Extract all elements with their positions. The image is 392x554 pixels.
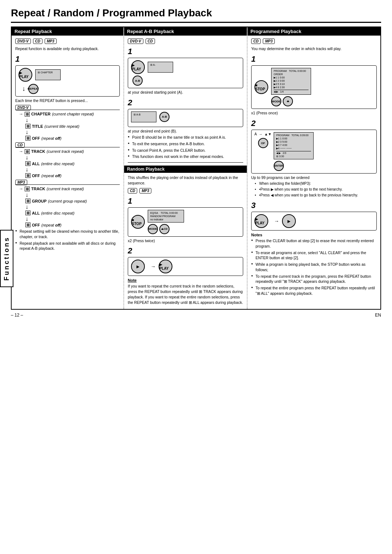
repeat-step1-caption: Each time the REPEAT button is pressed..… bbox=[15, 98, 120, 103]
random-play-btn: ▶ bbox=[131, 260, 145, 273]
random-badges: CD MP3 bbox=[128, 188, 243, 194]
cd-badge: CD bbox=[33, 38, 42, 44]
cd-btn2: ⏏ bbox=[283, 96, 293, 106]
prog-step2-num: 2 bbox=[251, 119, 377, 128]
cd-btn: ⏏CD bbox=[159, 224, 170, 234]
ab-play-btn: ▶ PLAY bbox=[131, 60, 145, 74]
ab-bullet-3: This function does not work in the other… bbox=[128, 154, 243, 159]
ab-step1-num: 1 bbox=[128, 47, 243, 56]
prog-step3-diagram: ▶ PLAY → ▶ bbox=[251, 212, 377, 231]
prog-cd-badge: CD bbox=[251, 38, 261, 44]
programmed-header: Programmed Playback bbox=[248, 27, 380, 36]
random-step1-num: 1 bbox=[128, 196, 243, 206]
prog-stop-btn: ■ STOP bbox=[254, 80, 268, 94]
repeat-step1-num: 1 bbox=[15, 54, 120, 64]
prog-note-1: To erase all programs at once, select "A… bbox=[251, 250, 377, 261]
mode-btn: MODE bbox=[148, 224, 158, 234]
ab-cd-badge: CD bbox=[146, 38, 155, 44]
play-remote: ▶ PLAY bbox=[19, 68, 32, 82]
repeat-ab-badges: DVD·V CD bbox=[128, 38, 243, 44]
prog-note-0: Press the CLEAR button at step [2] to er… bbox=[251, 238, 377, 249]
random-cd-badge: CD bbox=[128, 188, 137, 194]
prog-step3-num: 3 bbox=[251, 201, 377, 210]
ab-step1-caption: at your desired starting point (A). bbox=[128, 90, 243, 95]
prog-note-5: To repeat the current track in the progr… bbox=[251, 274, 377, 284]
ab-bullet-1: To exit the sequence, press the A-B butt… bbox=[128, 141, 243, 147]
prog-notes-list: Press the CLEAR button at step [2] to er… bbox=[251, 238, 377, 296]
prog-step1-caption: x1 (Press once) bbox=[251, 110, 377, 116]
prog-note-6: To repeat the entire program press the R… bbox=[251, 285, 377, 296]
mp3-section-label: MP3 bbox=[15, 180, 120, 185]
repeat-bullets: Repeat setting will be cleared when movi… bbox=[15, 229, 120, 251]
mp3-chain-group: → ⊞ TRACK (current track repeat) ↓ ⊞ GRO… bbox=[19, 186, 120, 227]
content-columns: Repeat Playback DVD·V CD MP3 Repeat func… bbox=[11, 27, 381, 310]
prog-play2-btn: ▶ bbox=[282, 214, 296, 228]
prog-play-btn: ▶ PLAY bbox=[254, 214, 268, 228]
ab-a-screen: ⊞ A- bbox=[148, 62, 173, 73]
dvd-chain-title: ⊞ TITLE (current title repeat) bbox=[19, 124, 120, 129]
ab-play-remote: ▶ PLAY bbox=[131, 60, 145, 74]
random-mp3-badge: MP3 bbox=[139, 188, 151, 194]
mode-btn2: MODE bbox=[271, 96, 281, 106]
ab-button-icon: A-B bbox=[132, 76, 143, 86]
prog-sub-2: •Press ◀ when you want to go back to the… bbox=[255, 193, 377, 198]
mp3-chain-off: ⊞ OFF (repeat off) bbox=[19, 223, 120, 227]
prog-screen2: PROGRAM TOTAL 0:09:00 ▶1 1 0:00 ▶2 3 5:0… bbox=[274, 132, 314, 159]
prog-mp3-badge: MP3 bbox=[263, 38, 275, 44]
prog-step1-num: 1 bbox=[251, 54, 377, 64]
functions-sidebar-label: Functions bbox=[0, 230, 13, 287]
random-header: Random Playback bbox=[124, 166, 247, 173]
random-stop-btn: ■ STOP bbox=[131, 215, 145, 229]
prog-step2-sub: When selecting the folder(MP3): •Press ▶… bbox=[251, 181, 377, 198]
programmed-column: Programmed Playback CD MP3 You may deter… bbox=[248, 27, 380, 309]
ab-btn2-icon: A-B bbox=[159, 112, 170, 122]
page-title: Repeat / Random / Programmed Playback bbox=[11, 7, 381, 23]
mp3-chain-track: → ⊞ TRACK (current track repeat) bbox=[19, 186, 120, 191]
mp3-chain-all: ⊞ ALL (entire disc repeat) bbox=[19, 211, 120, 215]
of-btn: OF bbox=[258, 138, 268, 148]
page-bottom: – 12 – EN bbox=[11, 313, 381, 318]
prog-step2-caption: Up to 99 programs can be ordered bbox=[251, 175, 377, 180]
repeat-step1-diagram: ▶ PLAY ⊞ CHAPTER ↓ REPEAT bbox=[15, 65, 120, 97]
random-play-btn2: ▶ PLAY bbox=[159, 260, 172, 273]
ab-dvd-badge: DVD·V bbox=[128, 38, 143, 44]
ab-bullet-0: Point B should be in the same title or t… bbox=[128, 135, 243, 140]
cd-chain-all: ⊞ ALL (entire disc repeat) bbox=[19, 161, 120, 166]
dvd-chain-off: ⊞ OFF (repeat off) bbox=[19, 136, 120, 140]
mp3-chain-group: ⊞ GROUP (current group repeat) bbox=[19, 199, 120, 203]
repeat-intro: Repeat function is available only during… bbox=[15, 46, 120, 52]
prog-sub-0: When selecting the folder(MP3): bbox=[255, 181, 377, 186]
repeat-ab-header: Repeat A-B Playback bbox=[124, 27, 247, 36]
ab-step2-num: 2 bbox=[128, 98, 243, 107]
prog-step1-diagram: ■ STOP PROGRAM TOTAL 0:00:00 ORDER ▶1 1 … bbox=[251, 65, 377, 109]
prog-intro: You may determine the order in which tra… bbox=[251, 46, 377, 52]
prog-step2-remote: A → ▲▼ OF bbox=[254, 132, 271, 148]
prog-sub-1: •Press ▶ when you want to go to the next… bbox=[255, 187, 377, 192]
random-step1-diagram: ■ STOP EQ/SA TOTAL 0:00:00 RANDOM PROGRA… bbox=[128, 207, 243, 237]
section-divider bbox=[128, 162, 243, 163]
dvd-chain-chapter: → ⊞ CHAPTER (current chapter repeat) bbox=[19, 111, 120, 117]
prog-step2-diagram: A → ▲▼ OF PROGRAM TOTAL 0:09:00 ▶1 1 0:0… bbox=[251, 130, 377, 174]
ab-bullet-2: To cancel Point A, press the CLEAR butto… bbox=[128, 148, 243, 153]
mp3-badge: MP3 bbox=[45, 38, 57, 44]
random-screen: EQ/SA TOTAL 0:00:00 RANDOM PROGRAM no in… bbox=[148, 210, 184, 223]
prog-stop-remote: ■ STOP bbox=[254, 80, 268, 94]
repeat-ab-column: Repeat A-B Playback DVD·V CD 1 ▶ PLAY ⊞ … bbox=[124, 27, 248, 309]
ab-step1-diagram: ▶ PLAY ⊞ A- A-B bbox=[128, 58, 243, 88]
prog-screen1: PROGRAM TOTAL 0:00:00 ORDER ▶1 1 0:00 ▶2… bbox=[271, 68, 311, 95]
ab-b-screen: ⊞ A-B bbox=[131, 111, 156, 122]
repeat-header: Repeat Playback bbox=[12, 27, 123, 36]
chapter-display: ⊞ CHAPTER bbox=[38, 71, 58, 74]
ab-step2-caption: at your desired end point (B). bbox=[128, 129, 243, 134]
cd-chain-group: → ⊞ TRACK (current track repeat) ↓ ⊞ ALL… bbox=[19, 149, 120, 178]
repeat-badges: DVD·V CD MP3 bbox=[15, 38, 120, 44]
random-stop-remote: ■ STOP bbox=[131, 215, 145, 229]
random-step2-num: 2 bbox=[128, 246, 243, 256]
ab-step2-diagram: ⊞ A-B A-B bbox=[128, 109, 243, 127]
random-step1-caption: x2 (Press twice) bbox=[128, 238, 243, 244]
cd-chain-off: ⊞ OFF (repeat off) bbox=[19, 173, 120, 178]
ab-bullets: Point B should be in the same title or t… bbox=[128, 135, 243, 159]
play-button-icon: ▶ PLAY bbox=[19, 68, 32, 82]
prog-note-2: While a program is being played back, th… bbox=[251, 262, 377, 272]
page-number: – 12 – bbox=[11, 313, 23, 318]
